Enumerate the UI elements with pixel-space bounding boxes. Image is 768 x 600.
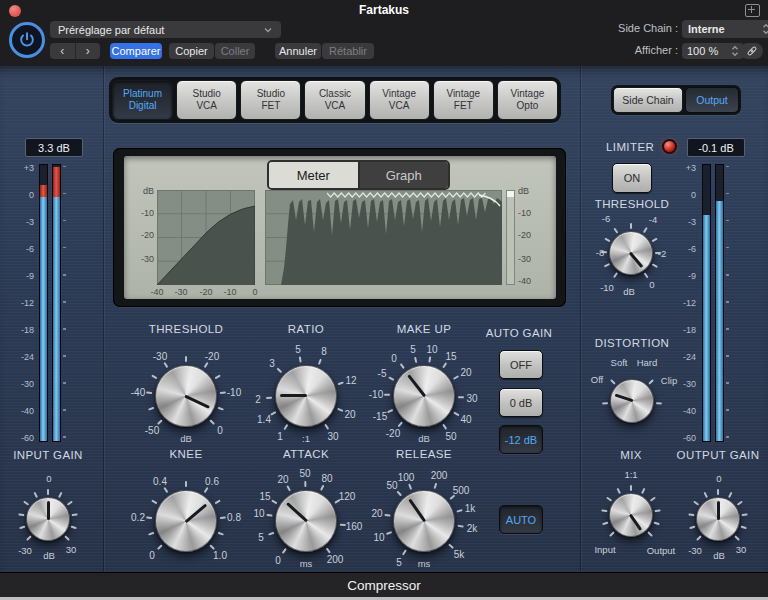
model-platinum-digital[interactable]: Platinum Digital — [112, 80, 173, 120]
display-tabs: Meter Graph — [267, 160, 450, 190]
mix-knob[interactable] — [609, 493, 653, 537]
knob-scale-label: -10 — [227, 387, 241, 398]
display-level-strip — [506, 190, 515, 285]
compression-curve-plot — [157, 190, 255, 285]
model-vintage-vca[interactable]: Vintage VCA — [369, 80, 430, 120]
makeup-knob[interactable] — [393, 365, 455, 427]
auto-gain-minus12db-button[interactable]: -12 dB — [499, 425, 543, 454]
knob-scale-label: Off — [591, 374, 604, 385]
knob-scale-label: 0 — [391, 353, 397, 364]
model-label: Studio — [193, 88, 221, 100]
stepper-icon — [762, 23, 768, 35]
meter-tick-marks — [726, 166, 729, 442]
meter-scale-label: -12 — [10, 298, 34, 308]
model-selector: Platinum Digital Studio VCA Studio FET C… — [109, 77, 561, 123]
auto-gain-0db-button[interactable]: 0 dB — [499, 388, 543, 417]
knob-scale-label: -40 — [131, 387, 145, 398]
view-scale-select[interactable]: 100 % — [682, 43, 744, 59]
redo-button[interactable]: Rétablir — [322, 43, 374, 59]
threshold-knob[interactable] — [155, 365, 217, 427]
knob-scale-label: 200 — [327, 554, 344, 565]
link-button[interactable] — [740, 43, 763, 59]
knob-scale-label: 15 — [259, 491, 270, 502]
knob-scale-label: 30 — [327, 431, 338, 442]
knob-scale-label: -30 — [688, 545, 702, 556]
distortion-knob[interactable] — [610, 379, 654, 423]
knob-scale-label: 8 — [321, 346, 327, 357]
model-studio-vca[interactable]: Studio VCA — [176, 80, 237, 120]
meter-scale-label: -24 — [672, 352, 696, 362]
meter-scale-label: -6 — [672, 244, 696, 254]
model-label: Platinum — [123, 88, 162, 100]
expand-icon[interactable] — [745, 4, 760, 17]
paste-button[interactable]: Coller — [215, 43, 255, 59]
curve-axis-label: -40 — [147, 287, 167, 297]
model-vintage-opto[interactable]: Vintage Opto — [497, 80, 558, 120]
knob-scale-label: -4 — [649, 214, 657, 225]
side-chain-select[interactable]: Interne — [682, 20, 768, 38]
output-gain-label: OUTPUT GAIN — [672, 449, 764, 461]
model-label: Vintage — [446, 88, 480, 100]
preset-next-button[interactable]: › — [76, 43, 101, 59]
power-button[interactable] — [9, 22, 45, 58]
knob-scale-label: 10 — [253, 508, 264, 519]
attack-knob[interactable] — [275, 490, 337, 552]
mix-knob-group: 1:1 Input Output — [585, 462, 677, 562]
knob-scale-label: 2k — [467, 523, 478, 534]
compare-button[interactable]: Comparer — [110, 43, 162, 59]
knob-scale-label: 0 — [716, 473, 721, 484]
limiter-on-button[interactable]: ON — [612, 163, 652, 193]
output-peak-readout[interactable]: -0.1 dB — [687, 138, 745, 157]
ratio-knob[interactable] — [275, 365, 337, 427]
model-label: Digital — [129, 100, 157, 112]
tab-graph[interactable]: Graph — [358, 162, 449, 188]
model-classic-vca[interactable]: Classic VCA — [304, 80, 365, 120]
distortion-label: DISTORTION — [586, 337, 678, 349]
output-gain-knob[interactable] — [696, 497, 740, 541]
limiter-threshold-knob[interactable] — [609, 231, 653, 275]
side-chain-label: Side Chain : — [596, 22, 678, 34]
copy-button[interactable]: Copier — [169, 43, 214, 59]
input-meter-bar-left — [39, 164, 48, 442]
history-axis-label: -30 — [518, 254, 531, 264]
view-side-chain-button[interactable]: Side Chain — [613, 87, 683, 113]
knob-scale-label: 0 — [649, 279, 654, 290]
curve-axis-label: 0 — [245, 287, 265, 297]
tab-meter[interactable]: Meter — [269, 162, 358, 188]
chevron-left-icon: ‹ — [60, 44, 64, 58]
knob-unit-label: dB — [180, 433, 192, 444]
model-vintage-fet[interactable]: Vintage FET — [433, 80, 494, 120]
undo-button[interactable]: Annuler — [275, 43, 321, 59]
model-label: Studio — [257, 88, 285, 100]
auto-gain-off-button[interactable]: OFF — [499, 350, 543, 379]
mix-label: MIX — [585, 449, 677, 461]
meter-scale-label: +3 — [10, 163, 34, 173]
link-icon — [745, 45, 759, 57]
knob-scale-label: Soft — [611, 357, 628, 368]
knob-scale-label: 20 — [460, 367, 471, 378]
input-gain-knob-group: 0 -30 30 dB — [8, 462, 88, 562]
release-knob[interactable] — [393, 490, 455, 552]
knob-unit-label: :1 — [302, 433, 310, 444]
knob-scale-label: 0 — [46, 473, 51, 484]
input-peak-readout[interactable]: 3.3 dB — [25, 138, 83, 157]
input-gain-knob[interactable] — [26, 497, 70, 541]
knee-knob[interactable] — [155, 490, 217, 552]
auto-gain-label: AUTO GAIN — [477, 327, 561, 339]
release-label: RELEASE — [359, 448, 489, 460]
panel-divider — [104, 66, 105, 572]
preset-select[interactable]: Préréglage par défaut — [50, 21, 281, 38]
attack-knob-group: 0 5 10 15 20 50 80 120 160 200 ms — [241, 461, 371, 581]
knob-scale-label: -20 — [205, 351, 219, 362]
model-studio-fet[interactable]: Studio FET — [240, 80, 301, 120]
auto-release-button[interactable]: AUTO — [499, 505, 543, 534]
history-axis-label: -10 — [518, 208, 531, 218]
release-knob-group: 5 10 20 50 100 200 500 1k 2k 5k ms — [359, 461, 489, 581]
model-label: VCA — [325, 100, 346, 112]
knob-unit-label: dB — [43, 550, 55, 561]
curve-axis-label: -10 — [220, 287, 240, 297]
output-meter-bar-left — [702, 164, 711, 442]
knob-scale-label: 1.0 — [213, 550, 227, 561]
view-output-button[interactable]: Output — [685, 87, 739, 113]
preset-prev-button[interactable]: ‹ — [50, 43, 76, 59]
